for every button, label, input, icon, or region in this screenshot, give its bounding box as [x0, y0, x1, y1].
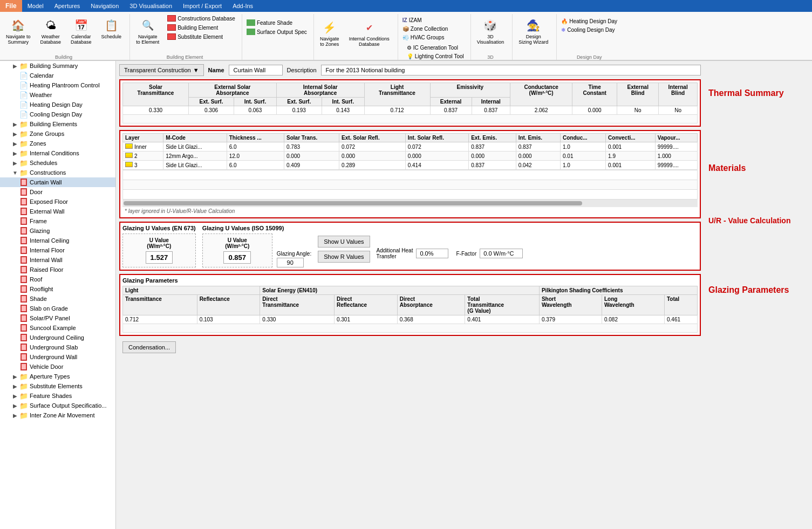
sidebar-item-11[interactable]: ▼📁Constructions: [0, 168, 115, 177]
schedule-button[interactable]: 📋 Schedule: [98, 14, 126, 42]
sidebar-item-27[interactable]: Suncool Example: [0, 323, 115, 333]
tree-expand-icon-31[interactable]: [11, 362, 19, 371]
surface-output-button[interactable]: Surface Output Spec: [244, 28, 309, 36]
sizing-wizard-button[interactable]: 🧙 DesignSizing Wizard: [515, 14, 552, 47]
additional-heat-input[interactable]: [416, 249, 448, 258]
sidebar-item-5[interactable]: 📄Cooling Design Day: [0, 109, 115, 119]
materials-hscrollbar[interactable]: [122, 200, 698, 207]
tree-expand-icon-2[interactable]: [11, 81, 19, 90]
menu-apertures[interactable]: Apertures: [49, 1, 86, 11]
construction-type-dropdown[interactable]: Transparent Construction ▼: [119, 64, 204, 76]
tree-expand-icon-14[interactable]: [11, 197, 19, 206]
tree-expand-icon-9[interactable]: ▶: [11, 149, 19, 157]
sidebar-item-4[interactable]: 📄Heating Design Day: [0, 100, 115, 109]
tree-expand-icon-6[interactable]: ▶: [11, 120, 19, 128]
navigate-element-button[interactable]: 🔍 Navigateto Element: [132, 14, 163, 47]
sidebar[interactable]: ▶📁Building Summary📄Calendar📄Heating Plan…: [0, 61, 116, 529]
tree-expand-icon-10[interactable]: ▶: [11, 159, 19, 167]
feature-shade-button[interactable]: Feature Shade: [244, 18, 309, 27]
heating-day-button[interactable]: 🔥 Heating Design Day: [559, 17, 619, 25]
glazing-angle-input[interactable]: [277, 258, 304, 267]
tree-expand-icon-24[interactable]: [11, 294, 19, 303]
ic-generation-button[interactable]: ⚙ IC Generation Tool: [405, 44, 466, 52]
desc-input[interactable]: For the 2013 Notional building: [321, 65, 701, 75]
tree-expand-icon-4[interactable]: [11, 100, 19, 109]
sidebar-item-24[interactable]: Shade: [0, 294, 115, 304]
calendar-database-button[interactable]: 📅 CalendarDatabase: [67, 14, 95, 47]
tree-expand-icon-27[interactable]: [11, 324, 19, 332]
sidebar-item-8[interactable]: ▶📁Zones: [0, 139, 115, 148]
sidebar-item-12[interactable]: Curtain Wall: [0, 177, 115, 187]
3d-visualisation-button[interactable]: 🎲 3DVisualisation: [473, 14, 508, 47]
sidebar-item-6[interactable]: ▶📁Building Elements: [0, 119, 115, 129]
sidebar-item-7[interactable]: ▶📁Zone Groups: [0, 129, 115, 139]
tree-expand-icon-1[interactable]: [11, 71, 19, 80]
tree-expand-icon-33[interactable]: ▶: [11, 382, 19, 390]
sidebar-item-21[interactable]: Raised Floor: [0, 265, 115, 274]
tree-expand-icon-23[interactable]: [11, 285, 19, 293]
sidebar-item-31[interactable]: Vehicle Door: [0, 362, 115, 372]
tree-expand-icon-12[interactable]: [11, 178, 19, 187]
sidebar-item-15[interactable]: External Wall: [0, 207, 115, 216]
sidebar-item-33[interactable]: ▶📁Substitute Elements: [0, 381, 115, 391]
tree-expand-icon-17[interactable]: [11, 226, 19, 235]
condensation-button[interactable]: Condensation...: [122, 341, 176, 353]
menu-3d[interactable]: 3D Visualisation: [124, 1, 178, 11]
sidebar-item-22[interactable]: Roof: [0, 274, 115, 284]
hvac-groups-button[interactable]: 💨 HVAC Groups: [400, 33, 450, 42]
f-factor-input[interactable]: [480, 249, 523, 258]
tree-expand-icon-29[interactable]: [11, 343, 19, 352]
tree-expand-icon-28[interactable]: [11, 333, 19, 342]
tree-expand-icon-19[interactable]: [11, 246, 19, 255]
sidebar-item-35[interactable]: ▶📁Surface Output Specificatio...: [0, 401, 115, 410]
menu-import-export[interactable]: Import / Export: [178, 1, 227, 11]
building-element-button[interactable]: Building Element: [165, 23, 237, 32]
sidebar-item-14[interactable]: Exposed Floor: [0, 197, 115, 207]
menu-navigation[interactable]: Navigation: [85, 1, 124, 11]
sidebar-item-32[interactable]: ▶📁Aperture Types: [0, 372, 115, 381]
name-input[interactable]: Curtain Wall: [229, 65, 283, 75]
tree-expand-icon-32[interactable]: ▶: [11, 372, 19, 381]
sidebar-item-13[interactable]: Door: [0, 187, 115, 197]
sidebar-item-2[interactable]: 📄Heating Plantroom Control: [0, 80, 115, 90]
lighting-control-button[interactable]: 💡 Lighting Control Tool: [405, 52, 466, 60]
menu-model[interactable]: Model: [22, 1, 49, 11]
internal-conditions-button[interactable]: ✔ Internal ConditionsDatabase: [345, 16, 393, 50]
tree-expand-icon-8[interactable]: ▶: [11, 139, 19, 148]
tree-expand-icon-20[interactable]: [11, 256, 19, 264]
navigate-zones-button[interactable]: ⚡ Navigateto Zones: [316, 16, 343, 50]
tree-expand-icon-36[interactable]: ▶: [11, 411, 19, 420]
tree-expand-icon-30[interactable]: [11, 353, 19, 361]
sidebar-item-25[interactable]: Slab on Grade: [0, 304, 115, 313]
weather-database-button[interactable]: 🌤 WeatherDatabase: [37, 14, 65, 47]
tree-expand-icon-11[interactable]: ▼: [11, 168, 19, 177]
tree-expand-icon-5[interactable]: [11, 110, 19, 119]
sidebar-item-10[interactable]: ▶📁Schedules: [0, 158, 115, 168]
sidebar-item-9[interactable]: ▶📁Internal Conditions: [0, 148, 115, 158]
sidebar-item-0[interactable]: ▶📁Building Summary: [0, 61, 115, 71]
menu-addins[interactable]: Add-Ins: [227, 1, 258, 11]
tree-expand-icon-35[interactable]: ▶: [11, 401, 19, 410]
constructions-db-button[interactable]: Constructions Database: [165, 14, 237, 23]
sidebar-item-36[interactable]: ▶📁Inter Zone Air Movement: [0, 410, 115, 420]
cooling-day-button[interactable]: ❄ Cooling Design Day: [559, 26, 619, 34]
sidebar-item-29[interactable]: Underground Slab: [0, 342, 115, 352]
sidebar-item-18[interactable]: Internal Ceiling: [0, 236, 115, 245]
zone-collection-button[interactable]: 📦 Zone Collection: [400, 25, 450, 33]
sidebar-item-17[interactable]: Glazing: [0, 226, 115, 236]
izam-button[interactable]: IZ IZAM: [400, 16, 450, 24]
sidebar-item-28[interactable]: Underground Ceiling: [0, 333, 115, 342]
tree-expand-icon-18[interactable]: [11, 236, 19, 245]
sidebar-item-23[interactable]: Rooflight: [0, 284, 115, 294]
show-u-values-button[interactable]: Show U Values: [318, 236, 370, 248]
show-r-values-button[interactable]: Show R Values: [318, 251, 370, 263]
sidebar-item-16[interactable]: Frame: [0, 216, 115, 226]
tree-expand-icon-34[interactable]: ▶: [11, 391, 19, 400]
sidebar-item-26[interactable]: Solar/PV Panel: [0, 313, 115, 323]
sidebar-item-19[interactable]: Internal Floor: [0, 245, 115, 255]
tree-expand-icon-3[interactable]: [11, 91, 19, 99]
sidebar-item-20[interactable]: Internal Wall: [0, 255, 115, 265]
tree-expand-icon-21[interactable]: [11, 265, 19, 274]
sidebar-item-30[interactable]: Underground Wall: [0, 352, 115, 362]
tree-expand-icon-25[interactable]: [11, 304, 19, 313]
